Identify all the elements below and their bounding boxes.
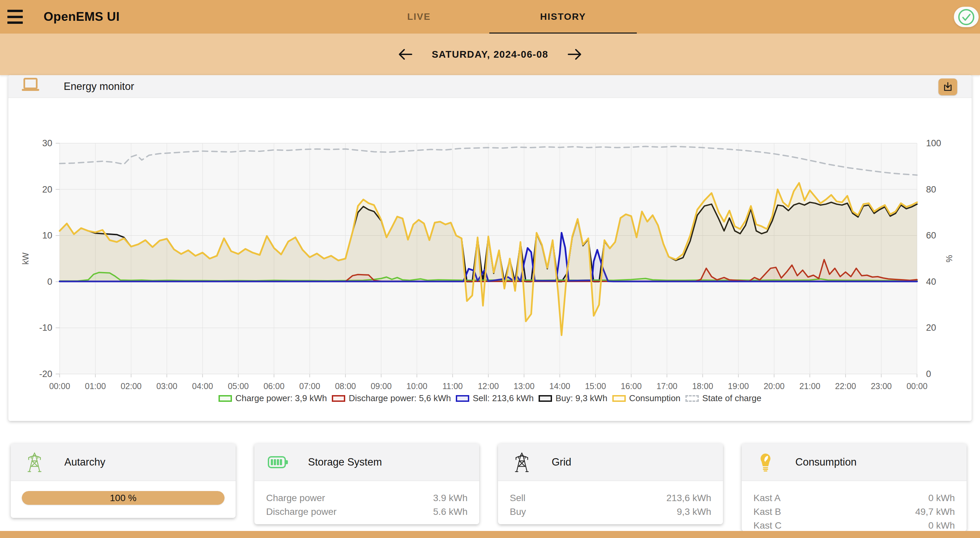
tab-history[interactable]: HISTORY — [489, 0, 637, 34]
legend-label: Buy: 9,3 kWh — [555, 393, 607, 404]
x-axis-tick-label: 19:00 — [728, 382, 749, 391]
transmission-tower-icon — [23, 444, 46, 481]
tab-live-label: LIVE — [407, 11, 431, 22]
openems-app: OpenEMS UI LIVE HISTORY SATURDAY, 2024-0… — [0, 0, 980, 538]
connection-status-button[interactable] — [954, 7, 978, 27]
y-left-tick-label: -10 — [39, 322, 52, 333]
row-label: Kast C — [753, 520, 781, 531]
energy-monitor-card: Energy monitor 00:0001:0002:0003:0004:00… — [8, 75, 972, 421]
selected-date-label: SATURDAY, 2024-06-08 — [432, 49, 548, 60]
x-axis-tick-label: 18:00 — [692, 382, 713, 391]
storage-title: Storage System — [308, 444, 382, 481]
x-axis-tick-label: 14:00 — [549, 382, 570, 391]
legend-item-2[interactable]: Sell: 213,6 kWh — [456, 393, 534, 404]
x-axis-tick-label: 04:00 — [192, 382, 213, 391]
y-right-tick-label: 100 — [926, 138, 941, 148]
row-value: 3.9 kWh — [433, 493, 468, 503]
x-axis-tick-label: 17:00 — [657, 382, 678, 391]
grid-card-header: Grid — [498, 444, 723, 481]
x-axis-tick-label: 15:00 — [585, 382, 606, 391]
legend-item-4[interactable]: Consumption — [612, 393, 680, 404]
grid-card: Grid Sell 213,6 kWh Buy 9,3 kWh — [498, 444, 723, 524]
x-axis-tick-label: 08:00 — [335, 382, 356, 391]
y-right-tick-label: 0 — [926, 369, 931, 379]
storage-system-card: Storage System Charge power 3.9 kWh Disc… — [255, 444, 479, 524]
row-label: Kast A — [753, 493, 781, 503]
consumption-row-kast-b: Kast B 49,7 kWh — [753, 505, 955, 519]
x-axis-tick-label: 05:00 — [228, 382, 249, 391]
x-axis-tick-label: 06:00 — [263, 382, 285, 391]
arrow-right-icon — [566, 46, 582, 62]
legend-label: Charge power: 3,9 kWh — [235, 393, 327, 404]
consumption-title: Consumption — [795, 444, 857, 481]
row-label: Buy — [510, 506, 526, 517]
x-axis-tick-label: 10:00 — [407, 382, 428, 391]
grid-title: Grid — [552, 444, 571, 481]
autarchy-card: Autarchy 100 % — [11, 444, 235, 518]
row-label: Sell — [510, 493, 525, 503]
x-axis-tick-label: 23:00 — [871, 382, 892, 391]
consumption-row-kast-c: Kast C 0 kWh — [753, 519, 955, 532]
y-right-tick-label: 40 — [926, 277, 936, 287]
footer-accent-bar — [0, 531, 980, 538]
row-value: 49,7 kWh — [915, 506, 955, 517]
hamburger-menu-icon[interactable] — [7, 10, 24, 24]
consumption-row-kast-a: Kast A 0 kWh — [753, 492, 955, 505]
x-axis-tick-label: 21:00 — [799, 382, 821, 391]
legend-swatch — [218, 395, 232, 402]
check-circle-icon — [956, 7, 976, 27]
legend-item-1[interactable]: Discharge power: 5,6 kWh — [332, 393, 451, 404]
y-right-axis-title: % — [945, 255, 954, 262]
header-bar: OpenEMS UI LIVE HISTORY — [0, 0, 980, 34]
x-axis-tick-label: 16:00 — [621, 382, 642, 391]
tab-history-label: HISTORY — [540, 11, 586, 22]
app-title: OpenEMS UI — [44, 0, 120, 34]
y-left-tick-label: 30 — [42, 138, 52, 148]
arrow-left-icon — [398, 46, 414, 62]
row-value: 0 kWh — [928, 520, 955, 531]
grid-row-buy: Buy 9,3 kWh — [510, 505, 711, 519]
tab-live[interactable]: LIVE — [385, 0, 452, 34]
legend-label: Discharge power: 5,6 kWh — [348, 393, 451, 404]
storage-row-discharge: Discharge power 5.6 kWh — [266, 505, 468, 519]
row-value: 213,6 kWh — [666, 493, 711, 503]
x-axis-tick-label: 12:00 — [478, 382, 499, 391]
y-left-tick-label: 20 — [42, 185, 52, 195]
y-left-axis-title: kW — [21, 252, 30, 265]
x-axis-tick-label: 13:00 — [514, 382, 535, 391]
next-day-button[interactable] — [566, 46, 583, 63]
y-right-tick-label: 20 — [926, 322, 936, 333]
autarchy-title: Autarchy — [64, 444, 105, 481]
x-axis-tick-label: 01:00 — [85, 382, 106, 391]
lightbulb-leaf-icon — [754, 444, 777, 481]
y-left-tick-label: 10 — [42, 230, 52, 241]
x-axis-tick-label: 00:00 — [907, 382, 928, 391]
row-value: 5.6 kWh — [433, 506, 468, 517]
legend-label: Sell: 213,6 kWh — [473, 393, 534, 404]
x-axis-tick-label: 20:00 — [764, 382, 784, 391]
x-axis-tick-label: 22:00 — [835, 382, 856, 391]
x-axis-tick-label: 09:00 — [371, 382, 392, 391]
autarchy-card-header: Autarchy — [11, 444, 235, 481]
x-axis-tick-label: 00:00 — [49, 382, 70, 391]
x-axis-tick-label: 03:00 — [156, 382, 177, 391]
legend-swatch — [332, 395, 345, 402]
previous-day-button[interactable] — [397, 46, 414, 63]
legend-swatch — [456, 395, 469, 402]
y-left-tick-label: 0 — [47, 277, 52, 287]
legend-swatch — [612, 395, 626, 402]
autarchy-progress-label: 100 % — [22, 491, 224, 505]
energy-history-chart: 00:0001:0002:0003:0004:0005:0006:0007:00… — [8, 75, 972, 421]
storage-row-charge: Charge power 3.9 kWh — [266, 492, 468, 505]
row-value: 0 kWh — [928, 493, 955, 503]
legend-swatch — [686, 395, 699, 402]
row-label: Discharge power — [266, 506, 337, 517]
legend-item-5[interactable]: State of charge — [686, 393, 761, 404]
row-value: 9,3 kWh — [677, 506, 711, 517]
x-axis-tick-label: 11:00 — [442, 382, 463, 391]
legend-swatch — [539, 395, 552, 402]
legend-item-0[interactable]: Charge power: 3,9 kWh — [218, 393, 327, 404]
autarchy-progress-bar: 100 % — [22, 491, 224, 505]
chart-legend: Charge power: 3,9 kWhDischarge power: 5,… — [8, 393, 972, 404]
legend-item-3[interactable]: Buy: 9,3 kWh — [539, 393, 607, 404]
